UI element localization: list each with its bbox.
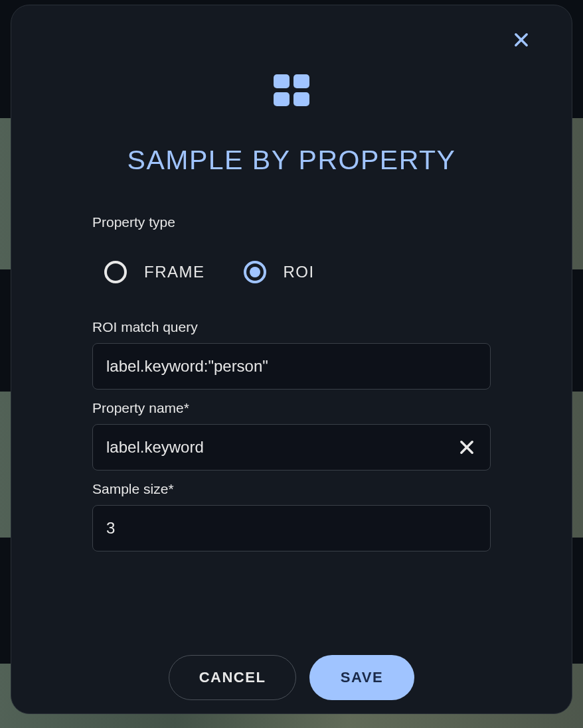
close-icon (512, 31, 531, 49)
radio-label-roi: ROI (284, 263, 315, 281)
sample-size-input-wrap (92, 505, 491, 551)
radio-inner-dot (250, 267, 260, 277)
sample-size-input[interactable] (92, 505, 491, 551)
property-type-label: Property type (92, 214, 491, 230)
header-icon-wrap (11, 74, 572, 106)
modal-title: SAMPLE BY PROPERTY (11, 145, 572, 176)
save-button[interactable]: SAVE (309, 655, 414, 700)
clear-icon (458, 438, 476, 457)
roi-match-query-label: ROI match query (92, 319, 491, 335)
form: Property type FRAME ROI ROI match query (11, 214, 572, 551)
roi-match-query-input-wrap (92, 343, 491, 390)
property-name-input-wrap (92, 424, 491, 471)
property-name-input[interactable] (92, 424, 491, 471)
close-button[interactable] (508, 27, 535, 53)
radio-roi[interactable]: ROI (244, 261, 315, 283)
property-type-radio-group: FRAME ROI (92, 261, 491, 283)
property-name-label: Property name* (92, 400, 491, 416)
field-property-name: Property name* (92, 400, 491, 471)
radio-indicator-checked (244, 261, 266, 283)
property-type-section: Property type FRAME ROI (92, 214, 491, 283)
field-sample-size: Sample size* (92, 481, 491, 551)
clear-property-name-button[interactable] (455, 435, 479, 459)
sample-size-label: Sample size* (92, 481, 491, 497)
radio-label-frame: FRAME (144, 263, 205, 281)
field-roi-match-query: ROI match query (92, 319, 491, 390)
grid-icon (274, 74, 309, 106)
modal-actions: CANCEL SAVE (11, 655, 572, 700)
radio-frame[interactable]: FRAME (104, 261, 205, 283)
sample-by-property-modal: SAMPLE BY PROPERTY Property type FRAME R… (11, 5, 572, 714)
radio-indicator-unchecked (104, 261, 127, 283)
roi-match-query-input[interactable] (92, 343, 491, 390)
cancel-button[interactable]: CANCEL (169, 655, 296, 700)
